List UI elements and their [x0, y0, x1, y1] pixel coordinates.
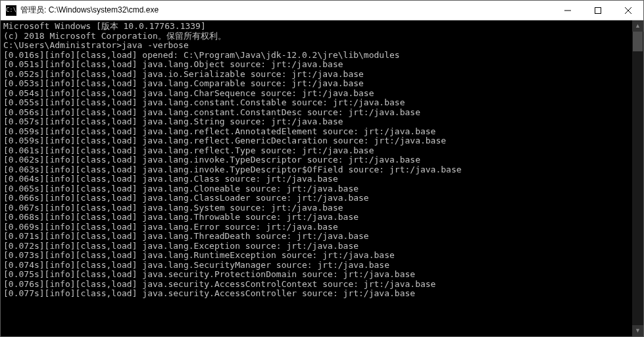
scroll-up-button[interactable]: ▲ [632, 20, 643, 32]
cmd-icon: C:\ [6, 5, 16, 16]
log-line: [0.065s][info][class,load] java.lang.Clo… [3, 184, 632, 194]
prompt-line: C:\Users\Administrator>java -verbose [3, 41, 632, 51]
maximize-button[interactable] [583, 1, 613, 20]
log-line: [0.062s][info][class,load] java.lang.inv… [3, 155, 632, 165]
log-line: [0.052s][info][class,load] java.io.Seria… [3, 70, 632, 80]
close-button[interactable] [613, 1, 643, 20]
log-line: [0.064s][info][class,load] java.lang.Cla… [3, 174, 632, 184]
log-line: [0.067s][info][class,load] java.lang.Sys… [3, 203, 632, 213]
cmd-icon-glyph: C:\ [6, 7, 16, 13]
log-line: [0.074s][info][class,load] java.lang.Sec… [3, 261, 632, 271]
titlebar[interactable]: C:\ 管理员: C:\Windows\system32\cmd.exe [1, 1, 643, 20]
log-line: [0.057s][info][class,load] java.lang.Str… [3, 117, 632, 127]
log-line: [0.056s][info][class,load] java.lang.con… [3, 108, 632, 118]
banner-line: Microsoft Windows [版本 10.0.17763.1339] [3, 22, 632, 32]
close-icon [625, 7, 632, 14]
log-line: [0.054s][info][class,load] java.lang.Cha… [3, 89, 632, 99]
window-controls [553, 1, 643, 20]
log-line: [0.061s][info][class,load] java.lang.ref… [3, 146, 632, 156]
chevron-up-icon: ▲ [635, 23, 641, 29]
log-line: [0.055s][info][class,load] java.lang.con… [3, 98, 632, 108]
log-line: [0.051s][info][class,load] java.lang.Obj… [3, 60, 632, 70]
log-line: [0.071s][info][class,load] java.lang.Thr… [3, 232, 632, 242]
log-line: [0.076s][info][class,load] java.security… [3, 280, 632, 290]
window-title: 管理员: C:\Windows\system32\cmd.exe [20, 5, 553, 16]
log-line: [0.077s][info][class,load] java.security… [3, 289, 632, 299]
scrollbar-thumb[interactable] [633, 32, 643, 51]
svg-rect-0 [595, 7, 601, 13]
log-line: [0.075s][info][class,load] java.security… [3, 270, 632, 280]
log-line: [0.066s][info][class,load] java.lang.Cla… [3, 194, 632, 203]
console-output[interactable]: Microsoft Windows [版本 10.0.17763.1339](c… [1, 20, 632, 336]
minimize-icon [564, 7, 571, 14]
chevron-down-icon: ▼ [635, 328, 641, 334]
log-line: [0.063s][info][class,load] java.lang.inv… [3, 165, 632, 175]
log-line: [0.068s][info][class,load] java.lang.Thr… [3, 213, 632, 222]
vertical-scrollbar[interactable]: ▲ ▼ [632, 20, 643, 336]
log-line: [0.072s][info][class,load] java.lang.Exc… [3, 242, 632, 251]
log-line: [0.053s][info][class,load] java.lang.Com… [3, 79, 632, 89]
log-line: [0.016s][info][class,load] opened: C:\Pr… [3, 51, 632, 61]
banner-line: (c) 2018 Microsoft Corporation。保留所有权利。 [3, 32, 632, 41]
log-line: [0.073s][info][class,load] java.lang.Run… [3, 251, 632, 261]
log-line: [0.069s][info][class,load] java.lang.Err… [3, 222, 632, 232]
scrollbar-track[interactable] [632, 32, 643, 325]
log-line: [0.059s][info][class,load] java.lang.ref… [3, 136, 632, 146]
cmd-window: C:\ 管理员: C:\Windows\system32\cmd.exe Mic… [0, 0, 644, 337]
log-line: [0.059s][info][class,load] java.lang.ref… [3, 127, 632, 137]
maximize-icon [595, 7, 601, 14]
console-area: Microsoft Windows [版本 10.0.17763.1339](c… [1, 20, 643, 336]
minimize-button[interactable] [553, 1, 583, 20]
scroll-down-button[interactable]: ▼ [632, 325, 643, 336]
